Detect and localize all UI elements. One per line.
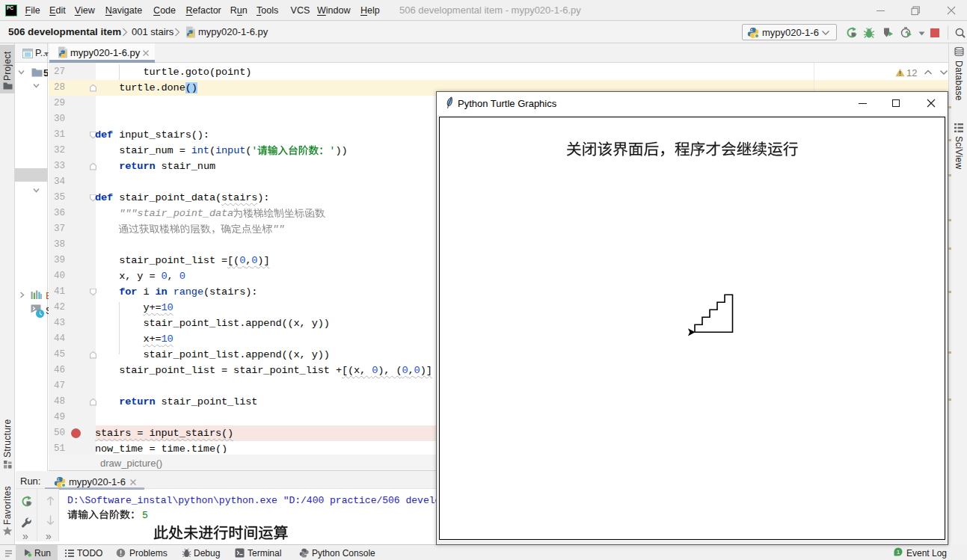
svg-text:1: 1 [897, 549, 900, 556]
